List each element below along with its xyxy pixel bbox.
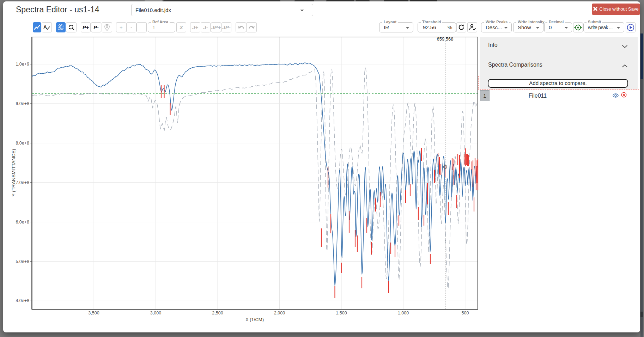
- svg-text:4.0e+8: 4.0e+8: [16, 298, 29, 303]
- svg-text:2,500: 2,500: [212, 311, 223, 315]
- svg-text:3,000: 3,000: [150, 311, 161, 315]
- svg-text:7.0e+8: 7.0e+8: [16, 180, 29, 185]
- svg-text:9.0e+8: 9.0e+8: [16, 101, 29, 106]
- svg-text:500: 500: [462, 311, 469, 315]
- svg-text:1,500: 1,500: [336, 311, 347, 315]
- svg-text:2,000: 2,000: [274, 311, 285, 315]
- svg-text:659.568: 659.568: [437, 36, 454, 42]
- svg-text:3,500: 3,500: [88, 311, 99, 315]
- svg-text:5.0e+8: 5.0e+8: [16, 259, 29, 264]
- svg-text:1.0e+9: 1.0e+9: [16, 62, 29, 67]
- svg-text:Y (TRANSMITTANCE): Y (TRANSMITTANCE): [11, 149, 16, 196]
- svg-text:8.0e+8: 8.0e+8: [16, 141, 29, 146]
- svg-text:6.0e+8: 6.0e+8: [16, 220, 29, 225]
- svg-text:1,000: 1,000: [398, 311, 409, 315]
- svg-text:X (1/CM): X (1/CM): [245, 317, 264, 322]
